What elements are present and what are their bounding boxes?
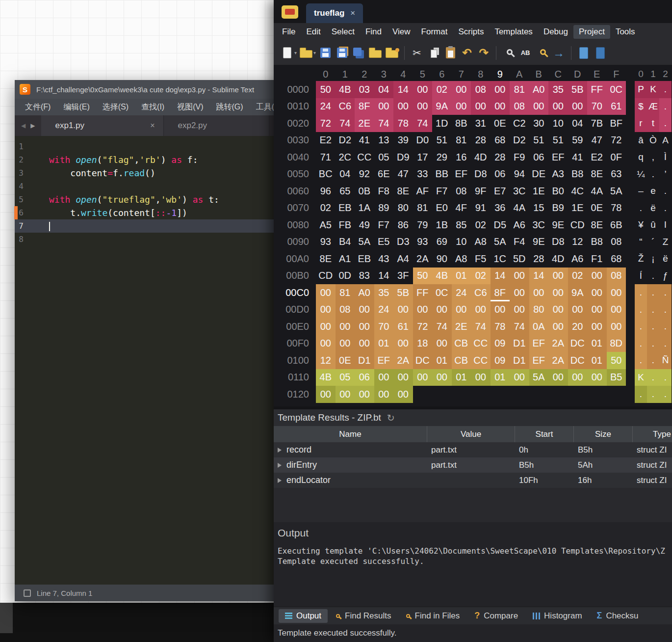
hex-byte[interactable]: 02: [316, 200, 336, 217]
hex-byte[interactable]: 6B: [607, 216, 626, 234]
hex-byte[interactable]: 00: [393, 369, 413, 386]
paste-icon[interactable]: [442, 45, 459, 61]
hex-byte[interactable]: 00: [336, 335, 355, 352]
hex-byte[interactable]: 00: [568, 301, 588, 319]
hex-byte[interactable]: 4F: [452, 200, 471, 217]
hex-byte[interactable]: 0D: [336, 268, 355, 285]
hex-byte[interactable]: 78: [607, 200, 626, 217]
hex-byte[interactable]: D2: [336, 132, 355, 149]
hex-byte[interactable]: 00: [568, 369, 588, 386]
hex-byte[interactable]: 81: [452, 132, 471, 149]
hex-byte[interactable]: 00: [548, 284, 568, 301]
hex-byte[interactable]: 00: [432, 369, 452, 386]
hex-byte[interactable]: 6E: [374, 166, 394, 183]
hex-byte[interactable]: D1: [355, 352, 374, 369]
hex-byte[interactable]: 08: [452, 183, 471, 200]
hex-byte[interactable]: 00: [316, 318, 336, 335]
hex-byte[interactable]: 35: [374, 284, 394, 301]
hex-byte[interactable]: CC: [471, 352, 491, 369]
goto-icon[interactable]: →: [550, 45, 567, 61]
hex-byte[interactable]: 00: [491, 301, 510, 319]
hex-byte[interactable]: 01: [491, 369, 510, 386]
hex-byte[interactable]: 00: [471, 369, 491, 386]
hex-byte[interactable]: 0E: [336, 352, 355, 369]
hex-byte[interactable]: 33: [413, 166, 433, 183]
hex-byte[interactable]: 14: [393, 81, 413, 98]
template-row-endLocator[interactable]: endLocator10Fh16hstruct ZI: [274, 473, 672, 488]
char-cell[interactable]: .: [647, 284, 659, 301]
char-cell[interactable]: –: [635, 183, 647, 200]
hex-byte[interactable]: 12: [568, 234, 588, 251]
hex-byte[interactable]: 01: [432, 352, 452, 369]
panel-tab-compare[interactable]: ?Compare: [468, 609, 524, 623]
hex-byte[interactable]: 29: [432, 149, 452, 166]
hex-byte[interactable]: 5A: [529, 369, 549, 386]
panel-tab-output[interactable]: Output: [279, 609, 328, 623]
hex-byte[interactable]: B0: [548, 183, 568, 200]
hex-byte[interactable]: 00: [374, 369, 394, 386]
hex-byte[interactable]: 9A: [432, 98, 452, 115]
hex-byte[interactable]: D2: [510, 132, 529, 149]
hex-byte[interactable]: 47: [587, 132, 607, 149]
char-cell[interactable]: ’: [659, 166, 672, 183]
hex-byte[interactable]: 50: [316, 81, 336, 98]
hex-byte[interactable]: 00: [355, 301, 374, 319]
char-cell[interactable]: .: [635, 318, 647, 335]
hex-byte[interactable]: 00: [587, 301, 607, 319]
hex-byte[interactable]: 16: [452, 149, 471, 166]
char-cell[interactable]: .: [659, 284, 672, 301]
menu-find[interactable]: Find: [360, 25, 387, 39]
hex-byte[interactable]: 2A: [548, 352, 568, 369]
hex-byte[interactable]: 0E: [491, 115, 510, 132]
hex-byte[interactable]: 00: [529, 284, 549, 301]
hex-byte[interactable]: 2E: [355, 115, 374, 132]
hex-byte[interactable]: 00: [432, 335, 452, 352]
hex-byte[interactable]: 72: [413, 318, 433, 335]
char-cell[interactable]: ë: [647, 200, 659, 217]
hex-byte[interactable]: 96: [316, 183, 336, 200]
hex-byte[interactable]: 92: [355, 166, 374, 183]
template-icon[interactable]: [575, 45, 592, 61]
hex-byte[interactable]: 00: [393, 386, 413, 403]
hex-byte[interactable]: 9E: [548, 216, 568, 234]
expand-icon[interactable]: [278, 448, 282, 453]
menu-debug[interactable]: Debug: [538, 25, 573, 39]
char-cell[interactable]: t: [647, 115, 659, 132]
hex-byte[interactable]: 1E: [529, 183, 549, 200]
hex-byte[interactable]: 08: [510, 98, 529, 115]
hex-byte[interactable]: 08: [607, 268, 626, 285]
hex-byte[interactable]: 01: [452, 268, 471, 285]
char-cell[interactable]: .: [659, 115, 672, 132]
hex-byte[interactable]: 78: [393, 115, 413, 132]
sublime-menu-item-4[interactable]: 查找(I): [135, 102, 171, 112]
hex-byte[interactable]: 4A: [587, 183, 607, 200]
find-next-icon[interactable]: [534, 45, 550, 61]
hex-byte[interactable]: 36: [491, 200, 510, 217]
hex-byte[interactable]: 10: [548, 115, 568, 132]
hex-byte[interactable]: 8F: [355, 98, 374, 115]
hex-byte[interactable]: EF: [529, 352, 549, 369]
char-cell[interactable]: ,: [647, 149, 659, 166]
menu-format[interactable]: Format: [416, 25, 453, 39]
hex-byte[interactable]: 79: [413, 216, 433, 234]
hex-byte[interactable]: AF: [413, 183, 433, 200]
char-cell[interactable]: â: [635, 132, 647, 149]
hex-byte[interactable]: 00: [413, 98, 433, 115]
hex-byte[interactable]: A0: [529, 81, 549, 98]
expand-icon[interactable]: [278, 463, 282, 468]
hex-byte[interactable]: 00: [374, 386, 394, 403]
hex-byte[interactable]: DC: [568, 335, 588, 352]
char-cell[interactable]: Z: [659, 234, 672, 251]
hex-byte[interactable]: 5A: [607, 183, 626, 200]
hex-byte[interactable]: CC: [471, 335, 491, 352]
expand-icon[interactable]: [278, 478, 282, 483]
hex-byte[interactable]: 1C: [491, 250, 510, 268]
char-cell[interactable]: $: [635, 98, 647, 115]
hex-byte[interactable]: 8B: [452, 115, 471, 132]
status-bar-icon[interactable]: [24, 589, 31, 597]
hex-byte[interactable]: 06: [491, 166, 510, 183]
hex-byte[interactable]: 74: [413, 115, 433, 132]
hex-byte[interactable]: 93: [316, 234, 336, 251]
hex-byte[interactable]: 59: [568, 132, 588, 149]
hex-byte[interactable]: 3C: [529, 216, 549, 234]
